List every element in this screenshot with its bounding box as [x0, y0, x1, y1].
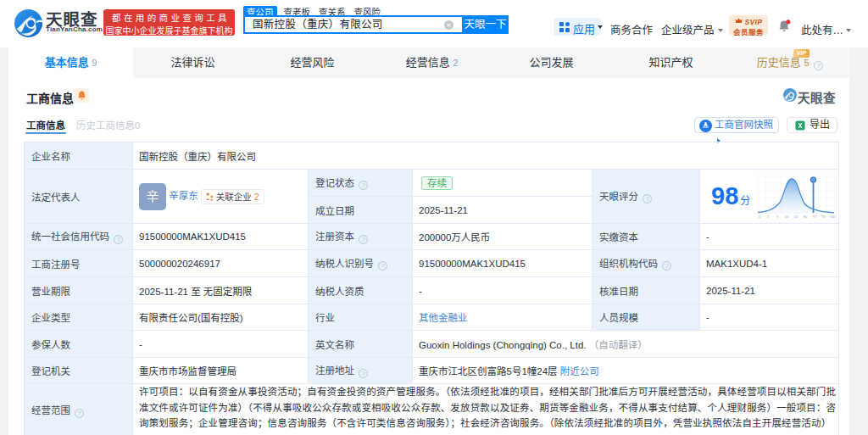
svg-text:0: 0: [759, 215, 761, 219]
svg-text:1: 1: [767, 215, 770, 219]
svg-text:97: 97: [813, 215, 817, 219]
svg-text:3: 3: [776, 215, 779, 219]
svg-text:99: 99: [822, 215, 826, 219]
svg-text:80: 80: [804, 215, 808, 219]
svg-text:10: 10: [785, 215, 789, 219]
svg-text:50: 50: [794, 215, 798, 219]
svg-text:100: 100: [830, 215, 836, 219]
